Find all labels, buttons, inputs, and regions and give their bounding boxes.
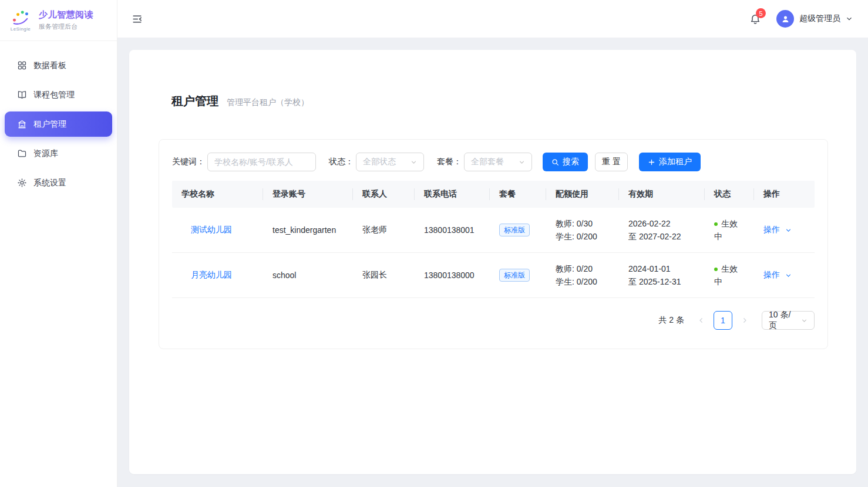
validity-end: 至 2025-12-31 [628, 275, 681, 288]
user-menu[interactable]: 超级管理员 [776, 10, 853, 28]
chevron-down-icon [801, 317, 808, 324]
status-dot-icon [714, 268, 718, 271]
folder-icon [17, 148, 27, 158]
page-title: 租户管理 [171, 93, 218, 109]
row-actions-dropdown[interactable]: 操作 [763, 225, 792, 235]
quota-teacher: 教师: 0/30 [556, 217, 597, 230]
col-header-account: 登录账号 [263, 181, 353, 208]
page-size-value: 10 条/页 [769, 310, 798, 331]
cell-phone: 13800138000 [415, 270, 490, 280]
row-actions-dropdown[interactable]: 操作 [763, 270, 792, 280]
notification-badge: 5 [756, 8, 766, 18]
add-tenant-button-label: 添加租户 [659, 157, 692, 167]
add-tenant-button[interactable]: 添加租户 [639, 153, 701, 171]
table-header-row: 学校名称 登录账号 联系人 联系电话 套餐 配额使用 有效期 状态 操作 [172, 181, 815, 208]
status-badge: 生效中 [714, 262, 743, 288]
validity-start: 2026-02-22 [628, 217, 681, 230]
cell-package: 标准版 [490, 269, 546, 282]
page-number-button[interactable]: 1 [714, 311, 732, 330]
sidebar-item-courses[interactable]: 课程包管理 [5, 82, 112, 107]
package-select[interactable]: 全部套餐 [464, 153, 532, 171]
gear-icon [17, 178, 27, 188]
status-label: 状态： [329, 157, 354, 167]
notification-button[interactable]: 5 [749, 13, 761, 25]
package-select-value: 全部套餐 [471, 157, 504, 167]
menu-fold-icon[interactable] [132, 13, 143, 25]
cell-quota: 教师: 0/30 学生: 0/200 [546, 217, 619, 243]
cell-validity: 2024-01-01 至 2025-12-31 [619, 262, 705, 288]
keyword-label: 关键词： [172, 157, 205, 167]
user-name: 超级管理员 [799, 13, 840, 24]
sidebar: LeSingle 少儿智慧阅读 服务管理后台 数据看板 课程包管理 [0, 0, 117, 487]
content-area: 租户管理 管理平台租户（学校） 关键词： 状态： 全部状态 [117, 38, 868, 487]
school-name-link[interactable]: 测试幼儿园 [191, 225, 232, 235]
school-name-link[interactable]: 月亮幼儿园 [191, 270, 232, 280]
table-row: 测试幼儿园 test_kindergarten 张老师 13800138001 … [172, 208, 815, 253]
cell-status: 生效中 [705, 217, 754, 243]
topbar: 5 超级管理员 [117, 0, 868, 38]
quota-teacher: 教师: 0/20 [556, 262, 597, 275]
status-select[interactable]: 全部状态 [356, 153, 424, 171]
col-header-quota: 配额使用 [546, 181, 619, 208]
reset-button[interactable]: 重 置 [595, 153, 628, 171]
next-page-button[interactable] [736, 312, 753, 329]
validity-start: 2024-01-01 [628, 262, 681, 275]
cell-status: 生效中 [705, 262, 754, 288]
col-header-package: 套餐 [490, 181, 546, 208]
cell-school: 月亮幼儿园 [172, 270, 263, 280]
plus-icon [648, 158, 655, 166]
keyword-input[interactable] [207, 153, 316, 171]
page-size-select[interactable]: 10 条/页 [762, 311, 815, 330]
chevron-down-icon [785, 227, 792, 234]
brand: LeSingle 少儿智慧阅读 服务管理后台 [0, 0, 117, 41]
sidebar-item-tenants[interactable]: 租户管理 [5, 111, 112, 137]
search-button-label: 搜索 [563, 157, 579, 167]
avatar [776, 10, 794, 28]
col-header-validity: 有效期 [619, 181, 705, 208]
page-subtitle: 管理平台租户（学校） [227, 94, 309, 110]
cell-package: 标准版 [490, 224, 546, 236]
cell-school: 测试幼儿园 [172, 225, 263, 235]
pagination-total: 共 2 条 [658, 315, 684, 326]
prev-page-button[interactable] [692, 312, 710, 329]
cell-contact: 张园长 [353, 270, 415, 280]
sidebar-item-dashboard[interactable]: 数据看板 [5, 53, 112, 78]
validity-end: 至 2027-02-22 [628, 230, 681, 243]
cell-actions: 操作 [754, 270, 815, 280]
status-badge: 生效中 [714, 217, 743, 243]
reset-button-label: 重 置 [602, 157, 621, 167]
col-header-actions: 操作 [754, 181, 815, 208]
package-label: 套餐： [437, 157, 462, 167]
sidebar-item-label: 资源库 [33, 148, 58, 159]
package-badge: 标准版 [499, 269, 530, 282]
cell-validity: 2026-02-22 至 2027-02-22 [619, 217, 705, 243]
cell-account: test_kindergarten [263, 225, 353, 235]
cell-contact: 张老师 [353, 225, 415, 235]
package-badge: 标准版 [499, 224, 530, 236]
chevron-left-icon [698, 317, 705, 324]
brand-subtitle: 服务管理后台 [39, 22, 93, 31]
app-layout: LeSingle 少儿智慧阅读 服务管理后台 数据看板 课程包管理 [0, 0, 868, 487]
dashboard-icon [17, 60, 27, 70]
search-icon [551, 158, 559, 166]
col-header-contact: 联系人 [353, 181, 415, 208]
sidebar-item-label: 数据看板 [33, 60, 66, 71]
sidebar-item-settings[interactable]: 系统设置 [5, 170, 112, 195]
brand-logo: LeSingle [7, 9, 34, 32]
brand-logo-icon [11, 9, 31, 26]
tenant-panel: 关键词： 状态： 全部状态 套餐： 全部套餐 [159, 139, 828, 349]
cell-quota: 教师: 0/20 学生: 0/200 [546, 262, 619, 288]
sidebar-item-resources[interactable]: 资源库 [5, 141, 112, 166]
search-button[interactable]: 搜索 [543, 153, 588, 171]
sidebar-menu: 数据看板 课程包管理 租户管理 资源库 [0, 41, 117, 207]
brand-logo-text: LeSingle [11, 26, 31, 32]
col-header-school: 学校名称 [172, 181, 263, 208]
status-dot-icon [714, 222, 718, 226]
main-area: 5 超级管理员 租户管理 管理平台租户（学校） [117, 0, 868, 487]
chevron-right-icon [741, 317, 748, 324]
brand-name: 少儿智慧阅读 [39, 9, 93, 21]
chevron-down-icon [846, 15, 853, 22]
filter-bar: 关键词： 状态： 全部状态 套餐： 全部套餐 [172, 153, 815, 171]
table-row: 月亮幼儿园 school 张园长 13800138000 标准版 教师: 0/2… [172, 253, 815, 298]
action-label: 操作 [763, 225, 780, 235]
